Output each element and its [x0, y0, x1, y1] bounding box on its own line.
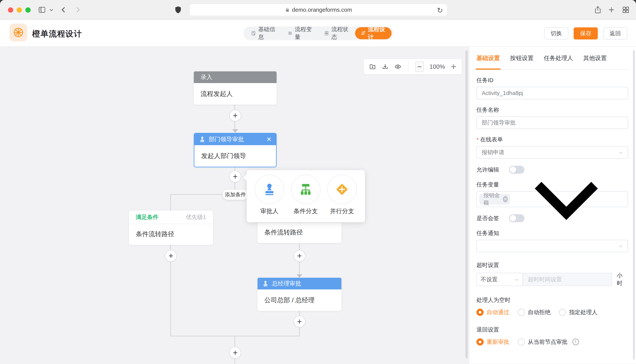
chevron-down-icon — [618, 244, 623, 249]
radio-off-icon — [518, 338, 525, 346]
remove-tag-icon[interactable]: ✕ — [503, 196, 508, 202]
back-button[interactable] — [59, 5, 69, 15]
new-tab-icon[interactable] — [606, 5, 616, 15]
reload-icon[interactable]: ↻ — [437, 6, 443, 14]
task-name-label: 任务名称 — [476, 106, 628, 114]
task-vars-select[interactable]: 报销金额 ✕ — [476, 191, 628, 207]
task-id-field[interactable]: Activity_1dha8pj — [476, 87, 628, 99]
task-name-field[interactable]: 部门领导审批 — [476, 116, 628, 129]
add-node-button[interactable]: + — [229, 110, 241, 122]
radio-auto-reject[interactable]: 自动拒绝 — [518, 308, 551, 316]
switch-button[interactable]: 切换 — [544, 28, 568, 40]
arrowhead-icon — [297, 274, 302, 278]
tab-process-status[interactable]: 流程状态 — [318, 27, 355, 39]
task-id-label: 任务ID — [476, 76, 628, 84]
orange-logo-icon — [13, 27, 24, 38]
save-button[interactable]: 保存 — [574, 28, 598, 40]
add-node-button[interactable]: + — [294, 316, 305, 327]
add-approver-button[interactable] — [255, 175, 284, 204]
condition-body: 条件流转路径 — [258, 223, 341, 243]
main-area: 录入 流程发起人 + 部门领导审批 ✕ 发起人部门领导 + 添加条件 满足条件 … — [0, 47, 636, 364]
toggle-knob — [510, 215, 516, 222]
header-tab-group: 基础信息 流程变量 流程状态 流程设计 — [243, 26, 393, 40]
window-minimize-button[interactable] — [17, 7, 22, 13]
add-condition-button[interactable]: 添加条件 — [223, 190, 248, 200]
tab-overview-icon[interactable] — [621, 5, 631, 15]
online-form-value: 报销申请 — [482, 148, 504, 156]
page-title: 橙单流程设计 — [32, 28, 82, 39]
option-label: 并行分支 — [327, 207, 357, 216]
node-start-body: 流程发起人 — [194, 83, 277, 104]
radio-on-icon — [476, 309, 484, 316]
add-parallel-branch-button[interactable] — [327, 175, 357, 204]
empty-handler-label: 处理人为空时 — [476, 296, 628, 304]
task-id-value: Activity_1dha8pj — [482, 90, 523, 96]
preview-eye-icon[interactable] — [394, 62, 401, 71]
notify-select[interactable] — [476, 240, 628, 252]
online-form-label: * 在线表单 — [476, 136, 628, 144]
node-gm-approval[interactable]: 总经理审批 公司总部 / 总经理 — [258, 278, 341, 311]
toolbar-divider — [408, 62, 408, 72]
tab-basic-info[interactable]: 基础信息 — [245, 27, 282, 39]
tab-process-design[interactable]: 流程设计 — [355, 27, 392, 39]
tab-label: 基础信息 — [258, 26, 276, 41]
shield-extension-icon[interactable] — [173, 5, 183, 15]
node-title: 部门领导审批 — [209, 135, 244, 143]
forward-button[interactable] — [73, 5, 82, 15]
tab-basic-settings[interactable]: 基础设置 — [476, 54, 500, 69]
node-start-header: 录入 — [194, 71, 277, 83]
share-icon[interactable] — [593, 5, 603, 15]
sliders-icon — [288, 30, 293, 36]
node-condition-2[interactable]: 条件流转路径 — [258, 223, 341, 243]
tab-other-settings[interactable]: 其他设置 — [583, 54, 607, 69]
condition-branch-icon — [299, 182, 313, 196]
node-title: 总经理审批 — [272, 280, 301, 288]
document-status-icon — [324, 30, 329, 36]
zoom-level: 100% — [430, 63, 445, 70]
add-node-button[interactable]: + — [294, 250, 305, 262]
form-edit-icon — [251, 30, 256, 36]
task-var-tag: 报销金额 ✕ — [480, 194, 510, 204]
add-node-button[interactable]: + — [165, 250, 177, 262]
node-condition-1[interactable]: 满足条件 优先级1 条件流转路径 — [129, 210, 213, 245]
radio-on-icon — [476, 338, 484, 346]
tab-process-variables[interactable]: 流程变量 — [282, 27, 319, 39]
radio-off-icon — [559, 309, 566, 316]
window-close-button[interactable] — [8, 7, 13, 13]
flow-canvas[interactable]: 录入 流程发起人 + 部门领导审批 ✕ 发起人部门领导 + 添加条件 满足条件 … — [0, 47, 470, 364]
panel-scrollbar[interactable] — [633, 50, 635, 360]
radio-assign-handler[interactable]: 指定处理人 — [559, 308, 597, 316]
sidebar-toggle-icon[interactable] — [37, 5, 47, 15]
address-bar[interactable]: demo.orangeforms.com ↻ — [189, 4, 447, 16]
condition-body: 条件流转路径 — [129, 224, 213, 245]
countersign-toggle[interactable] — [509, 214, 524, 222]
radio-current-node-approval[interactable]: 从当前节点审批 ! — [518, 338, 579, 346]
add-node-button[interactable]: + — [229, 347, 241, 358]
radio-restart-approval[interactable]: 重新审批 — [476, 338, 509, 346]
chevron-down-icon[interactable] — [48, 5, 55, 15]
panel-tabs: 基础设置 按钮设置 任务处理人 其他设置 — [476, 47, 628, 70]
node-close-icon[interactable]: ✕ — [266, 136, 272, 143]
zoom-out-button[interactable]: − — [415, 61, 424, 72]
add-node-button[interactable]: + — [229, 171, 241, 182]
window-zoom-button[interactable] — [25, 7, 31, 13]
open-file-icon[interactable] — [369, 62, 376, 71]
timeout-value-input[interactable]: 超时时间设置 — [523, 273, 612, 286]
canvas-scrollbar[interactable] — [466, 50, 468, 358]
add-condition-branch-button[interactable] — [291, 175, 320, 204]
back-button-app[interactable]: 返回 — [603, 28, 627, 40]
timeout-mode-select[interactable]: 不设置 — [476, 273, 523, 286]
tab-button-settings[interactable]: 按钮设置 — [510, 54, 534, 69]
node-dept-approval[interactable]: 部门领导审批 ✕ 发起人部门领导 — [194, 133, 277, 167]
radio-auto-approve[interactable]: 自动通过 — [476, 308, 509, 316]
download-icon[interactable] — [382, 62, 389, 71]
node-start[interactable]: 录入 流程发起人 — [194, 71, 277, 104]
node-picker-popup: 审批人 条件分支 并行分支 — [247, 170, 365, 222]
chevron-down-icon — [514, 277, 519, 282]
empty-handler-options: 自动通过 自动拒绝 指定处理人 — [476, 308, 628, 316]
timeout-label: 超时设置 — [476, 261, 628, 269]
condition-priority: 优先级1 — [186, 213, 206, 221]
tab-task-handler[interactable]: 任务处理人 — [544, 54, 573, 69]
arrowhead-icon — [232, 129, 238, 133]
zoom-in-button[interactable]: + — [451, 61, 456, 72]
